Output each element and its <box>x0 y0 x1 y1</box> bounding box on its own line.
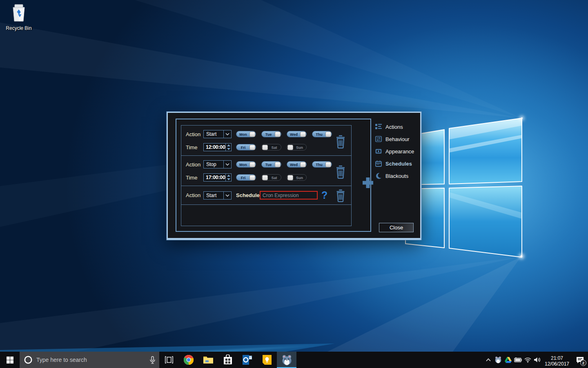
day-toggle-fri[interactable]: Fri <box>236 144 256 150</box>
time-spinner <box>225 144 231 151</box>
hamster-app-icon <box>281 355 292 366</box>
day-toggle-mon[interactable]: Mon <box>236 161 256 168</box>
recycle-bin-icon <box>10 3 28 23</box>
cron-expression-input[interactable] <box>260 191 318 200</box>
menu-label: Actions <box>385 124 403 130</box>
desktop: Recycle Bin Action Start Mon <box>0 0 588 368</box>
settings-menu: Actions Behaviour Appe <box>375 121 416 182</box>
taskbar-app-chrome[interactable] <box>179 352 198 368</box>
system-tray: 21:07 12/06/2017 2 <box>483 352 588 368</box>
action-dropdown[interactable]: Start <box>203 191 232 200</box>
time-value: 12:00:00 <box>204 144 225 151</box>
tray-hamster-icon[interactable] <box>493 352 503 368</box>
schedule-rows-list: Action Start Mon Tue Wed Thu Time <box>181 125 352 226</box>
menu-item-blackouts[interactable]: Blackouts <box>375 170 416 182</box>
day-toggle-sat[interactable]: Sat <box>261 144 281 150</box>
close-button[interactable]: Close <box>379 223 414 232</box>
action-dropdown[interactable]: Stop <box>203 160 232 168</box>
taskbar-app-file-explorer[interactable] <box>198 352 218 368</box>
start-button[interactable] <box>0 352 20 368</box>
schedule-row: Action Start Mon Tue Wed Thu Time <box>181 126 351 156</box>
recycle-bin-label: Recycle Bin <box>3 25 34 31</box>
action-dropdown-value: Stop <box>204 161 223 168</box>
tray-wifi-icon[interactable] <box>523 352 532 368</box>
schedules-icon <box>375 160 382 167</box>
trash-icon <box>335 164 346 179</box>
moon-icon <box>375 173 382 179</box>
taskbar-app-store[interactable] <box>218 352 238 368</box>
tray-volume-icon[interactable] <box>532 352 542 368</box>
action-label: Action <box>186 162 200 168</box>
menu-label: Behaviour <box>385 136 410 142</box>
spin-down-icon[interactable] <box>226 177 231 181</box>
chevron-down-icon <box>223 161 231 168</box>
recycle-bin-shortcut[interactable]: Recycle Bin <box>3 3 34 31</box>
time-input[interactable]: 12:00:00 <box>203 143 232 151</box>
spin-up-icon[interactable] <box>226 174 231 177</box>
clock-date: 12/06/2017 <box>542 361 572 367</box>
windows-logo-icon <box>7 357 13 364</box>
day-toggle-fri[interactable]: Fri <box>236 174 256 181</box>
close-button-label: Close <box>390 224 403 231</box>
action-center-button[interactable]: 2 <box>572 352 588 368</box>
taskbar-search-input[interactable]: Type here to search <box>20 352 159 368</box>
taskbar-app-outlook[interactable] <box>238 352 257 368</box>
menu-item-actions[interactable]: Actions <box>375 121 416 133</box>
menu-label: Blackouts <box>385 173 408 179</box>
taskbar-app-hamster-active[interactable] <box>277 352 296 368</box>
day-toggle-thu[interactable]: Thu <box>312 131 332 137</box>
search-placeholder: Type here to search <box>36 357 146 363</box>
task-view-button[interactable] <box>159 352 179 368</box>
tray-chevron-up-icon[interactable] <box>483 352 493 368</box>
schedule-row-cron: Action Start Schedule ? <box>181 186 351 205</box>
chevron-down-icon <box>223 130 231 138</box>
menu-item-behaviour[interactable]: Behaviour <box>375 133 416 145</box>
action-dropdown-value: Start <box>204 192 223 199</box>
day-toggle-tue[interactable]: Tue <box>261 161 281 168</box>
day-toggle-thu[interactable]: Thu <box>312 161 332 168</box>
day-toggle-wed[interactable]: Wed <box>287 161 307 168</box>
day-toggle-tue[interactable]: Tue <box>261 131 281 137</box>
delete-row-button[interactable] <box>335 188 346 203</box>
delete-row-button[interactable] <box>335 164 346 179</box>
day-toggle-mon[interactable]: Mon <box>236 131 256 137</box>
schedule-row: Action Stop Mon Tue Wed Thu Time <box>181 156 351 186</box>
add-schedule-button[interactable] <box>361 176 375 189</box>
day-toggle-sun[interactable]: Sun <box>287 144 307 150</box>
trash-icon <box>335 188 346 202</box>
menu-label: Appearance <box>385 148 414 155</box>
plus-icon <box>362 177 374 189</box>
file-explorer-icon <box>203 355 214 364</box>
spin-up-icon[interactable] <box>226 144 231 147</box>
taskbar: Type here to search <box>0 352 588 368</box>
keep-icon <box>262 355 272 365</box>
day-toggle-wed[interactable]: Wed <box>287 131 307 137</box>
schedules-panel: Action Start Mon Tue Wed Thu Time <box>176 119 371 232</box>
outlook-icon <box>242 355 253 365</box>
action-dropdown[interactable]: Start <box>203 130 232 138</box>
behaviour-icon <box>375 136 382 142</box>
time-spinner <box>225 174 231 181</box>
menu-item-schedules[interactable]: Schedules <box>375 157 416 170</box>
menu-item-appearance[interactable]: Appearance <box>375 145 416 157</box>
tray-battery-icon[interactable] <box>513 352 523 368</box>
day-toggle-sat[interactable]: Sat <box>261 174 281 181</box>
spin-down-icon[interactable] <box>226 147 231 151</box>
appearance-icon <box>375 148 382 155</box>
taskbar-spacer <box>296 352 483 368</box>
chevron-down-icon <box>223 192 231 199</box>
help-icon[interactable]: ? <box>321 189 327 201</box>
cortana-icon <box>24 355 33 364</box>
taskbar-clock[interactable]: 21:07 12/06/2017 <box>542 353 572 367</box>
tray-google-drive-icon[interactable] <box>503 352 513 368</box>
day-toggle-sun[interactable]: Sun <box>287 174 307 181</box>
taskbar-app-keep[interactable] <box>257 352 277 368</box>
schedule-label: Schedule <box>236 192 260 199</box>
action-label: Action <box>186 192 200 199</box>
microphone-icon[interactable] <box>150 356 155 364</box>
chrome-icon <box>183 355 194 365</box>
delete-row-button[interactable] <box>335 134 346 149</box>
task-view-icon <box>165 356 173 364</box>
notification-badge: 2 <box>580 360 586 366</box>
time-input[interactable]: 17:00:00 <box>203 173 232 182</box>
